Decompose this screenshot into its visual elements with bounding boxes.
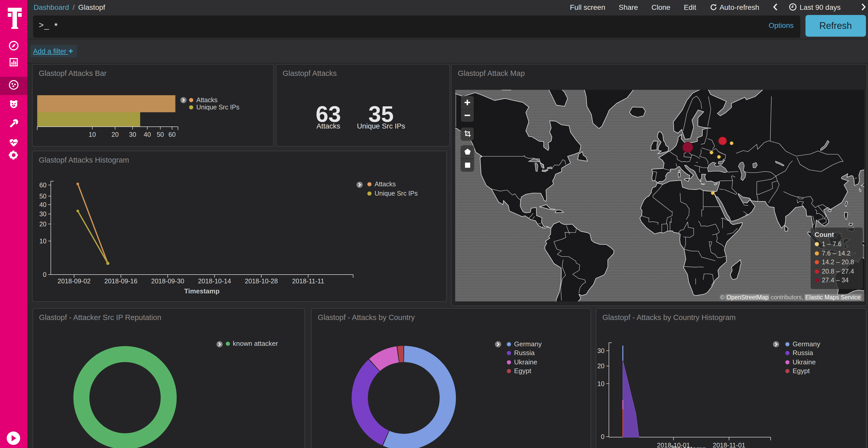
svg-text:10: 10	[89, 131, 96, 138]
svg-text:40: 40	[144, 131, 151, 138]
svg-text:20: 20	[597, 362, 604, 370]
svg-text:60: 60	[168, 131, 176, 138]
svg-text:60: 60	[39, 181, 46, 188]
svg-text:40: 40	[39, 201, 46, 208]
svg-text:50: 50	[39, 193, 46, 200]
svg-text:0: 0	[43, 271, 46, 278]
svg-text:2018-11-11: 2018-11-11	[292, 277, 324, 285]
svg-text:2018-09-02: 2018-09-02	[58, 277, 91, 285]
svg-text:50: 50	[157, 131, 164, 138]
svg-text:20: 20	[39, 220, 46, 228]
svg-text:10: 10	[597, 380, 604, 387]
svg-text:2018-09-16: 2018-09-16	[104, 277, 137, 285]
svg-text:2018-11-01: 2018-11-01	[713, 442, 745, 448]
svg-text:0: 0	[601, 433, 604, 440]
svg-text:2018-10-28: 2018-10-28	[245, 277, 278, 285]
svg-text:30: 30	[597, 347, 604, 354]
svg-text:Timestamp: Timestamp	[184, 287, 220, 295]
svg-text:20: 20	[111, 131, 119, 138]
svg-text:2018-09-30: 2018-09-30	[151, 277, 184, 285]
svg-text:30: 30	[39, 210, 46, 217]
svg-text:10: 10	[39, 237, 46, 245]
svg-text:Timestamp: Timestamp	[671, 445, 706, 448]
svg-text:2018-10-14: 2018-10-14	[198, 277, 231, 285]
svg-text:30: 30	[129, 131, 136, 138]
